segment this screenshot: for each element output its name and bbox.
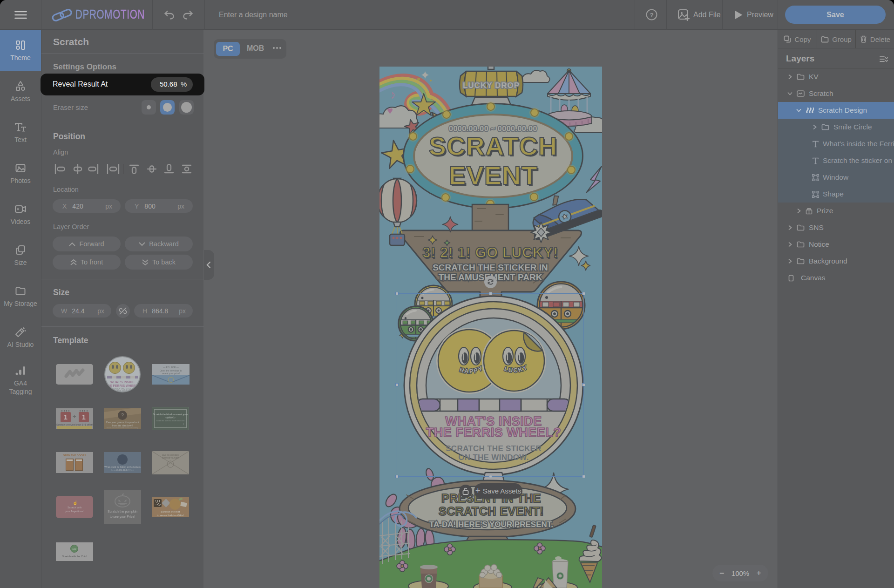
svg-text:SCRATCH THE STICKER IN: SCRATCH THE STICKER IN bbox=[433, 263, 548, 272]
svg-text:LUCKY DROP: LUCKY DROP bbox=[463, 81, 520, 90]
svg-text:SCRATCH: SCRATCH bbox=[429, 131, 558, 161]
svg-text:♥: ♥ bbox=[387, 105, 393, 116]
svg-text:3! 2! 1! GO LUCKY!: 3! 2! 1! GO LUCKY! bbox=[422, 244, 558, 261]
svg-text:?: ? bbox=[650, 12, 653, 19]
svg-text:EVENT: EVENT bbox=[448, 161, 538, 190]
svg-text:SCRATCH EVENT!: SCRATCH EVENT! bbox=[439, 505, 544, 518]
svg-text:TA-DA! HERE'S YOUR PRESENT.: TA-DA! HERE'S YOUR PRESENT. bbox=[429, 520, 553, 529]
